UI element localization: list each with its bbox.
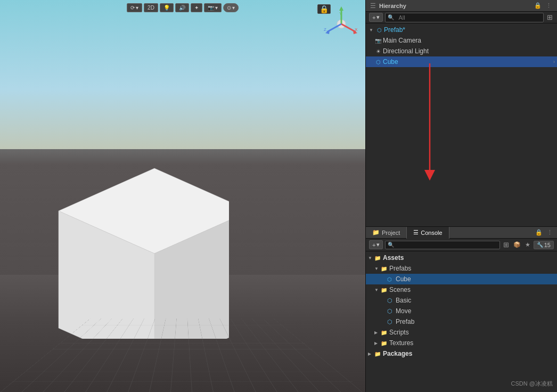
- folder-item-packages[interactable]: ▶ 📁 Packages: [366, 348, 557, 359]
- watermark: CSDN @冰凌糕: [511, 380, 553, 388]
- transform-btn[interactable]: ⟳▾: [127, 3, 142, 12]
- project-count-badge: 🔧 15: [534, 241, 554, 249]
- folder-item-assets[interactable]: ▼ 📁 Assets: [366, 252, 557, 263]
- assets-folder-icon: 📁: [374, 255, 382, 261]
- textures-label: Textures: [389, 339, 413, 347]
- folder-item-basic[interactable]: ⬡ Basic: [366, 295, 557, 306]
- hierarchy-add-btn[interactable]: + ▾: [369, 13, 383, 22]
- scripts-label: Scripts: [389, 329, 409, 336]
- scenes-expand-icon: ▼: [374, 288, 380, 292]
- hierarchy-lock-btn[interactable]: 🔒: [533, 2, 543, 9]
- bottom-menu-btn[interactable]: ⋮: [546, 229, 554, 236]
- light-btn[interactable]: 💡: [160, 3, 174, 12]
- project-search-container: 🔍: [385, 241, 499, 249]
- tree-item-cube-hierarchy[interactable]: ⬡ Cube ›: [366, 56, 557, 67]
- audio-btn[interactable]: 🔊: [175, 3, 189, 12]
- console-tab-icon: ☰: [413, 229, 419, 236]
- scene-cube: [16, 126, 229, 339]
- svg-text:Y: Y: [339, 11, 342, 16]
- scene-lock-btn[interactable]: 🔒: [317, 4, 331, 14]
- packages-expand-icon: ▶: [368, 352, 373, 356]
- project-toolbar: + ▾ 🔍 ⊞ 📦 ★ 🔧 15: [366, 239, 557, 251]
- svg-text:Z: Z: [324, 27, 326, 32]
- cube-chevron: ›: [553, 59, 555, 64]
- hierarchy-search-container: 🔍: [385, 13, 544, 22]
- prefab-scene-icon: ⬡: [387, 318, 395, 325]
- hierarchy-tree-area: ▼ ⬡ Prefab* 📷 Main Camera ☀ Directional …: [366, 23, 557, 226]
- search-icon: 🔍: [388, 14, 394, 20]
- directional-light-label: Directional Light: [383, 47, 429, 55]
- assets-expand-icon: ▼: [368, 256, 373, 260]
- hierarchy-controls: 🔒 ⋮: [533, 2, 553, 9]
- right-panel: ☰ Hierarchy 🔒 ⋮ + ▾ 🔍 ⊞: [365, 0, 557, 392]
- scripts-expand-icon: ▶: [374, 330, 380, 335]
- folder-item-cube-prefab[interactable]: ⬡ Cube: [366, 274, 557, 284]
- main-area: ⟳▾ 2D 💡 🔊 ✦ 📷▾ ⊙▾: [0, 0, 557, 392]
- 2d-btn[interactable]: 2D: [144, 3, 158, 12]
- cube-prefab-label: Cube: [396, 275, 411, 283]
- hierarchy-header: ☰ Hierarchy 🔒 ⋮: [366, 0, 557, 12]
- camera-icon: 📷: [374, 37, 382, 44]
- tab-console[interactable]: ☰ Console: [407, 227, 449, 239]
- prefabs-folder-icon: 📁: [381, 266, 388, 272]
- move-scene-icon: ⬡: [387, 308, 395, 315]
- folder-item-scripts[interactable]: ▶ 📁 Scripts: [366, 327, 557, 338]
- project-add-btn[interactable]: + ▾: [369, 240, 383, 249]
- folder-item-prefabs[interactable]: ▼ 📁 Prefabs: [366, 263, 557, 274]
- hierarchy-content: ▼ ⬡ Prefab* 📷 Main Camera ☀ Directional …: [366, 23, 557, 68]
- camera-btn[interactable]: 📷▾: [204, 3, 222, 12]
- cube-prefab-icon: ⬡: [387, 276, 395, 282]
- prefab-scene-label: Prefab: [396, 318, 414, 325]
- project-fav-btn[interactable]: ★: [524, 241, 531, 248]
- hierarchy-menu-btn[interactable]: ⋮: [545, 2, 553, 9]
- tree-item-main-camera[interactable]: 📷 Main Camera: [366, 35, 557, 46]
- main-camera-label: Main Camera: [383, 37, 421, 44]
- project-search-input[interactable]: [396, 242, 497, 248]
- tree-item-directional-light[interactable]: ☀ Directional Light: [366, 46, 557, 56]
- project-content: ▼ 📁 Assets ▼ 📁 Prefabs ⬡ Cube: [366, 251, 557, 392]
- scene-toolbar: ⟳▾ 2D 💡 🔊 ✦ 📷▾ ⊙▾: [127, 3, 239, 12]
- tab-project[interactable]: 📁 Project: [366, 227, 407, 239]
- prefabs-label: Prefabs: [389, 265, 411, 272]
- fx-btn[interactable]: ✦: [191, 3, 202, 12]
- bottom-lock-btn[interactable]: 🔒: [534, 229, 544, 236]
- scripts-folder-icon: 📁: [381, 330, 388, 336]
- basic-label: Basic: [396, 297, 411, 304]
- packages-label: Packages: [383, 350, 412, 357]
- svg-marker-5: [339, 6, 343, 11]
- folder-item-prefab-scene[interactable]: ⬡ Prefab: [366, 316, 557, 327]
- cube-hierarchy-label: Cube: [383, 58, 398, 66]
- folder-item-textures[interactable]: ▶ 📁 Textures: [366, 338, 557, 348]
- hierarchy-panel-icon: ☰: [370, 2, 376, 10]
- gizmos-btn[interactable]: ⊙▾: [223, 3, 239, 12]
- hierarchy-search-input[interactable]: [396, 14, 541, 21]
- light-icon: ☀: [374, 47, 382, 55]
- bottom-tab-controls: 🔒 ⋮: [534, 229, 557, 236]
- hierarchy-panel: ☰ Hierarchy 🔒 ⋮ + ▾ 🔍 ⊞: [366, 0, 557, 227]
- folder-tab-icon: 📁: [372, 229, 380, 236]
- scene-viewport[interactable]: ⟳▾ 2D 💡 🔊 ✦ 📷▾ ⊙▾: [0, 0, 365, 392]
- bottom-panels: 📁 Project ☰ Console 🔒 ⋮ + ▾: [366, 227, 557, 392]
- folder-item-scenes[interactable]: ▼ 📁 Scenes: [366, 284, 557, 295]
- textures-folder-icon: 📁: [381, 340, 388, 346]
- hierarchy-toolbar: + ▾ 🔍 ⊞: [366, 12, 557, 23]
- basic-scene-icon: ⬡: [387, 297, 395, 304]
- packages-folder-icon: 📁: [374, 351, 382, 357]
- assets-label: Assets: [383, 254, 404, 262]
- bottom-tab-bar: 📁 Project ☰ Console 🔒 ⋮: [366, 227, 557, 239]
- scenes-label: Scenes: [389, 286, 411, 293]
- folder-item-move[interactable]: ⬡ Move: [366, 306, 557, 316]
- tree-item-prefab[interactable]: ▼ ⬡ Prefab*: [366, 24, 557, 35]
- prefab-icon: ⬡: [375, 26, 383, 34]
- project-pkg-btn[interactable]: 📦: [512, 241, 522, 248]
- hierarchy-title: Hierarchy: [379, 3, 406, 9]
- svg-text:X: X: [355, 27, 358, 32]
- hierarchy-collapse-btn[interactable]: ⊞: [546, 13, 554, 21]
- prefab-label: Prefab*: [384, 26, 405, 34]
- move-label: Move: [396, 307, 411, 315]
- project-grid-btn[interactable]: ⊞: [502, 241, 510, 249]
- scenes-folder-icon: 📁: [381, 287, 388, 293]
- textures-expand-icon: ▶: [374, 341, 380, 346]
- cube-hierarchy-icon: ⬡: [374, 58, 382, 66]
- project-search-icon: 🔍: [388, 242, 394, 248]
